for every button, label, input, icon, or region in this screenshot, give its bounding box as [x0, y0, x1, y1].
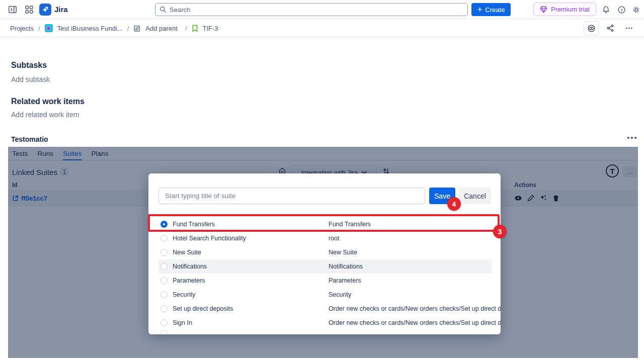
suite-radio[interactable]	[160, 235, 168, 242]
breadcrumb: Projects / Test iBusiness Fundi... / Add…	[10, 19, 218, 37]
suite-option-path: Fund Transfers	[329, 221, 371, 228]
suite-option-name: Parameters	[173, 277, 205, 284]
jira-page: Jira Search + Create Premium trial ?	[0, 0, 644, 362]
breadcrumb-add-parent[interactable]: Add parent	[145, 25, 178, 32]
suite-radio[interactable]	[160, 263, 168, 270]
annotation-step-3-badge: 3	[493, 225, 507, 238]
suite-option-row[interactable]: Notifications Notifications	[158, 259, 492, 274]
widget-more-icon[interactable]: •••	[627, 133, 638, 142]
suite-option-path: New Suite	[329, 249, 357, 256]
suite-option-row[interactable]: Set up direct deposits Order new checks …	[158, 302, 492, 316]
suite-radio[interactable]	[160, 319, 168, 326]
subtasks-heading: Subtasks	[11, 61, 47, 70]
suite-option-row[interactable]: New Suite New Suite	[158, 245, 492, 259]
suite-option-name: Sign In	[173, 319, 192, 326]
suite-option-path: Parameters	[329, 277, 361, 284]
breadcrumb-row: Projects / Test iBusiness Fundi... / Add…	[0, 19, 644, 37]
suite-option-row[interactable]: Hotel Search Functionality root	[158, 231, 492, 245]
app-name[interactable]: Jira	[54, 5, 68, 14]
help-icon[interactable]: ?	[616, 4, 627, 15]
gear-icon[interactable]	[630, 4, 641, 15]
breadcrumb-separator: /	[38, 25, 40, 32]
app-grid-icon[interactable]	[24, 4, 35, 15]
breadcrumb-project[interactable]: Test iBusiness Fundi...	[57, 25, 123, 32]
breadcrumb-issue-key[interactable]: TIF-3	[203, 25, 218, 32]
watch-icon[interactable]	[584, 21, 599, 35]
suite-option-name: Security	[173, 291, 195, 298]
suite-option-path: Notifications	[329, 263, 363, 270]
add-related-link[interactable]: Add related work item	[11, 111, 79, 119]
project-avatar	[45, 24, 53, 32]
jira-logo-icon[interactable]	[39, 4, 51, 16]
suite-option-path: Order new checks or cards/New orders che…	[329, 319, 501, 326]
suite-radio[interactable]	[160, 305, 168, 312]
suite-radio[interactable]	[160, 277, 168, 284]
search-input[interactable]: Search	[155, 3, 468, 16]
top-navigation: Jira Search + Create Premium trial ?	[0, 0, 644, 19]
suite-option-row[interactable]: Security Security	[158, 288, 492, 302]
suite-option-name: New Suite	[173, 249, 201, 256]
bell-icon[interactable]	[600, 4, 611, 15]
testomatio-heading: Testomatio	[11, 135, 48, 143]
svg-text:?: ?	[620, 8, 623, 12]
suite-option-row[interactable]: Sign In Order new checks or cards/New or…	[158, 316, 492, 330]
suite-radio[interactable]	[160, 221, 168, 228]
suite-option-path: root	[329, 235, 340, 242]
suite-options-list: Fund Transfers Fund Transfers Hotel Sear…	[158, 217, 492, 330]
premium-trial-button[interactable]: Premium trial	[533, 3, 596, 16]
add-subtask-link[interactable]: Add subtask	[11, 75, 50, 83]
annotation-step-4-badge: 4	[447, 197, 461, 211]
suite-option-row[interactable]: Fund Transfers Fund Transfers	[158, 217, 492, 231]
issue-actions: ⋯	[584, 21, 637, 35]
search-icon	[159, 6, 167, 13]
suite-option-path: Order new checks or cards/New orders che…	[329, 305, 501, 312]
cancel-button[interactable]: Cancel	[459, 188, 491, 204]
suite-title-input[interactable]	[158, 188, 425, 204]
suite-radio[interactable]	[160, 249, 168, 256]
create-button[interactable]: + Create	[471, 3, 511, 16]
partial-row-radio	[160, 330, 168, 334]
search-placeholder: Search	[170, 6, 190, 14]
suite-option-path: Security	[329, 291, 351, 298]
suite-option-name: Hotel Search Functionality	[173, 235, 246, 242]
suite-option-name: Set up direct deposits	[173, 305, 233, 312]
story-icon	[192, 25, 198, 32]
edit-icon	[133, 25, 141, 32]
suite-option-name: Fund Transfers	[173, 221, 215, 228]
breadcrumb-projects[interactable]: Projects	[10, 25, 34, 32]
related-items-heading: Related work items	[11, 97, 85, 106]
more-icon[interactable]: ⋯	[622, 21, 637, 35]
suite-option-name: Notifications	[173, 263, 207, 270]
sidebar-toggle-icon[interactable]	[7, 4, 18, 15]
share-icon[interactable]	[603, 21, 618, 35]
plus-icon: +	[477, 5, 482, 14]
link-suite-modal: Save Cancel Fund Transfers Fund Transfer…	[148, 173, 501, 334]
suite-option-row[interactable]: Parameters Parameters	[158, 274, 492, 288]
gem-icon	[540, 6, 547, 13]
suite-radio[interactable]	[160, 291, 168, 298]
